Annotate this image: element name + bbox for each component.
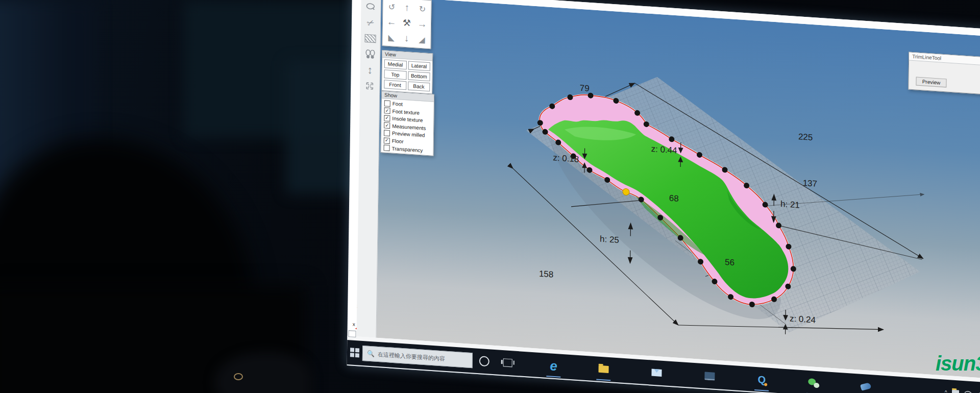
windows-logo-icon xyxy=(350,348,359,358)
checkbox[interactable]: ✓ xyxy=(384,122,390,129)
corner-lower-left-icon[interactable]: ◣ xyxy=(388,32,395,42)
measurement-label: z: 0.18 xyxy=(553,153,579,164)
view-lateral-button[interactable]: Lateral xyxy=(408,61,430,71)
checkbox[interactable] xyxy=(384,130,390,136)
start-button[interactable] xyxy=(347,340,363,365)
wechat-icon[interactable] xyxy=(802,370,826,393)
checkbox[interactable]: ✓ xyxy=(384,108,390,114)
move-down-icon[interactable]: ↓ xyxy=(404,33,409,44)
axis-x-label: x xyxy=(353,322,355,327)
move-right-icon[interactable]: → xyxy=(417,18,427,30)
measurement-label: h: 21 xyxy=(780,199,800,210)
qq-icon[interactable]: Q xyxy=(750,366,774,392)
measurement-label: 225 xyxy=(798,132,813,142)
task-view-icon[interactable] xyxy=(496,350,520,376)
rotate-cw-icon[interactable]: ↻ xyxy=(419,4,426,14)
measurement-label: z: 0.24 xyxy=(790,313,816,325)
texture-hatch-tool[interactable] xyxy=(363,33,377,45)
rotate-ccw-icon[interactable]: ↺ xyxy=(388,2,396,12)
navigation-pad: ↺ ↑ ↻ ← ⚒ → ◣ ↓ ◢ xyxy=(382,0,431,49)
measurement-label: 68 xyxy=(669,193,679,204)
system-tray: ^ 中 12:15 xyxy=(945,388,980,393)
wifi-icon[interactable] xyxy=(964,390,972,393)
measurement-label: z: 0.44 xyxy=(651,144,677,155)
view-panel: View Medial Lateral Top Bottom Front Bac… xyxy=(381,50,433,94)
monitor-screen: 79 225 137 z: 0.18 z: 0.44 68 h: 21 h: 2… xyxy=(347,0,980,393)
view-top-button[interactable]: Top xyxy=(384,69,407,80)
measurement-label: 137 xyxy=(803,178,818,189)
measurement-label: 158 xyxy=(539,269,554,280)
cad-app-icon[interactable] xyxy=(854,374,878,393)
selected-control-point[interactable] xyxy=(623,188,629,195)
tray-chevron-icon[interactable]: ^ xyxy=(945,389,947,393)
trimline-tool-dialog: TrimLineTool Preview OK xyxy=(908,52,980,95)
measurement-label: 56 xyxy=(725,257,734,267)
search-input[interactable]: 🔍 在這裡輸入你要搜尋的內容 xyxy=(362,346,473,368)
laptop-app-icon[interactable] xyxy=(698,363,722,389)
checkbox[interactable]: ✓ xyxy=(384,115,390,121)
measurement-label: h: 25 xyxy=(600,234,619,245)
hatch-icon xyxy=(364,34,376,43)
statusbar-icon xyxy=(348,330,356,337)
search-icon: 🔍 xyxy=(367,350,375,358)
mail-icon[interactable] xyxy=(645,360,669,386)
view-medial-button[interactable]: Medial xyxy=(384,59,407,69)
view-back-button[interactable]: Back xyxy=(408,81,430,91)
vertical-resize-tool[interactable]: ↕ xyxy=(363,64,377,77)
isun-watermark: isun3 xyxy=(936,352,980,375)
measurement-label: 79 xyxy=(580,83,590,93)
cortana-icon[interactable] xyxy=(472,348,496,374)
tray-folder-icon[interactable] xyxy=(952,390,959,393)
show-panel: Show Foot ✓Foot texture ✓Insole texture … xyxy=(380,91,434,156)
volume-muted-icon[interactable] xyxy=(977,391,980,393)
search-placeholder: 在這裡輸入你要搜尋的內容 xyxy=(378,350,445,362)
checkbox[interactable] xyxy=(384,100,390,107)
corner-lower-right-icon[interactable]: ◢ xyxy=(419,34,425,44)
view-bottom-button[interactable]: Bottom xyxy=(408,71,430,81)
move-up-icon[interactable]: ↑ xyxy=(405,2,410,14)
checkbox-label: Transparency xyxy=(392,145,423,153)
ring-glint xyxy=(234,373,243,380)
preview-button[interactable]: Preview xyxy=(916,77,946,87)
lasso-tool[interactable] xyxy=(363,1,378,13)
checkbox[interactable] xyxy=(384,145,390,152)
checkbox[interactable]: ✓ xyxy=(384,137,390,144)
photo-scene: 79 225 137 z: 0.18 z: 0.44 68 h: 21 h: 2… xyxy=(0,0,980,393)
checkbox-label: Foot xyxy=(393,101,403,107)
insole-pair-tool[interactable] xyxy=(363,48,377,61)
scissors-tool[interactable]: ✂ xyxy=(362,15,380,31)
tools-icon[interactable]: ⚒ xyxy=(403,17,411,29)
view-front-button[interactable]: Front xyxy=(384,80,406,90)
viewport-3d[interactable]: 79 225 137 z: 0.18 z: 0.44 68 h: 21 h: 2… xyxy=(376,0,980,381)
file-explorer-icon[interactable] xyxy=(592,356,616,382)
checkbox-label: Floor xyxy=(392,138,404,144)
expand-arrows-tool[interactable] xyxy=(362,80,377,92)
insole-3d-render: 79 225 137 z: 0.18 z: 0.44 68 h: 21 h: 2… xyxy=(347,0,980,393)
edge-icon[interactable]: e xyxy=(542,353,566,379)
move-left-icon[interactable]: ← xyxy=(386,16,396,28)
